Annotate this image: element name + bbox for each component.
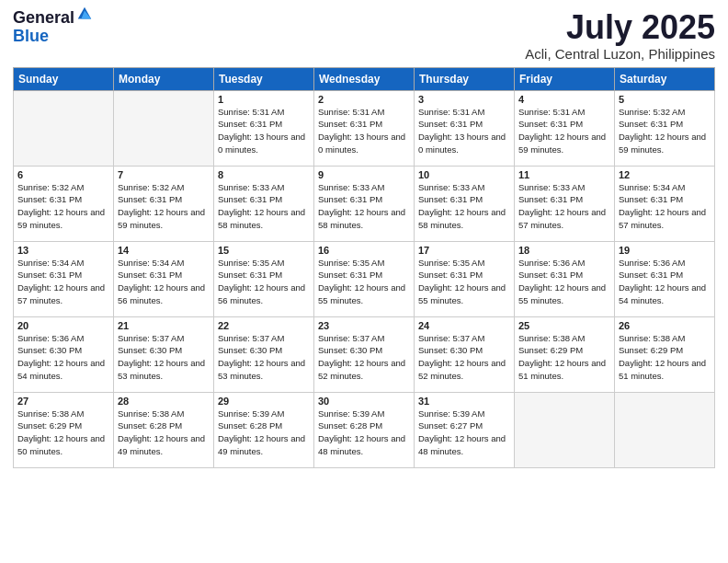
day-number: 28 — [118, 396, 210, 407]
table-row: 30Sunrise: 5:39 AMSunset: 6:28 PMDayligh… — [314, 392, 415, 467]
table-row: 10Sunrise: 5:33 AMSunset: 6:31 PMDayligh… — [415, 166, 515, 241]
calendar-week-row: 20Sunrise: 5:36 AMSunset: 6:30 PMDayligh… — [14, 316, 715, 392]
table-row: 29Sunrise: 5:39 AMSunset: 6:28 PMDayligh… — [214, 392, 314, 467]
table-row: 1Sunrise: 5:31 AMSunset: 6:31 PMDaylight… — [214, 90, 314, 166]
day-info: Sunrise: 5:34 AMSunset: 6:31 PMDaylight:… — [17, 257, 109, 307]
day-number: 11 — [518, 169, 610, 180]
calendar-week-row: 1Sunrise: 5:31 AMSunset: 6:31 PMDaylight… — [14, 90, 715, 166]
day-info: Sunrise: 5:36 AMSunset: 6:31 PMDaylight:… — [619, 257, 711, 307]
day-info: Sunrise: 5:31 AMSunset: 6:31 PMDaylight:… — [418, 106, 510, 156]
day-number: 1 — [218, 94, 310, 105]
day-number: 13 — [17, 245, 109, 256]
logo-icon — [76, 6, 93, 22]
table-row: 8Sunrise: 5:33 AMSunset: 6:31 PMDaylight… — [214, 166, 314, 241]
day-info: Sunrise: 5:38 AMSunset: 6:28 PMDaylight:… — [118, 408, 210, 458]
table-row: 23Sunrise: 5:37 AMSunset: 6:30 PMDayligh… — [314, 316, 415, 392]
table-row: 9Sunrise: 5:33 AMSunset: 6:31 PMDaylight… — [314, 166, 415, 241]
logo-blue-text: Blue — [13, 28, 93, 46]
header: General Blue July 2025 Acli, Central Luz… — [13, 9, 715, 62]
day-info: Sunrise: 5:33 AMSunset: 6:31 PMDaylight:… — [318, 181, 410, 232]
logo: General Blue — [13, 9, 93, 46]
table-row: 19Sunrise: 5:36 AMSunset: 6:31 PMDayligh… — [615, 241, 715, 316]
day-info: Sunrise: 5:38 AMSunset: 6:29 PMDaylight:… — [518, 332, 610, 383]
table-row: 6Sunrise: 5:32 AMSunset: 6:31 PMDaylight… — [14, 166, 114, 241]
col-saturday: Saturday — [615, 67, 715, 90]
day-number: 7 — [118, 169, 210, 180]
day-number: 25 — [518, 320, 610, 331]
day-number: 2 — [318, 94, 410, 105]
day-info: Sunrise: 5:33 AMSunset: 6:31 PMDaylight:… — [418, 181, 510, 232]
table-row: 20Sunrise: 5:36 AMSunset: 6:30 PMDayligh… — [14, 316, 114, 392]
day-info: Sunrise: 5:37 AMSunset: 6:30 PMDaylight:… — [218, 332, 310, 383]
day-info: Sunrise: 5:37 AMSunset: 6:30 PMDaylight:… — [418, 332, 510, 383]
day-number: 18 — [518, 245, 610, 256]
day-number: 20 — [17, 320, 109, 331]
day-info: Sunrise: 5:35 AMSunset: 6:31 PMDaylight:… — [318, 257, 410, 307]
col-friday: Friday — [515, 67, 615, 90]
table-row: 18Sunrise: 5:36 AMSunset: 6:31 PMDayligh… — [515, 241, 615, 316]
calendar-table: Sunday Monday Tuesday Wednesday Thursday… — [13, 67, 715, 468]
table-row: 4Sunrise: 5:31 AMSunset: 6:31 PMDaylight… — [515, 90, 615, 166]
day-number: 17 — [418, 245, 510, 256]
day-number: 26 — [619, 320, 711, 331]
day-number: 16 — [318, 245, 410, 256]
day-number: 30 — [318, 396, 410, 407]
col-monday: Monday — [114, 67, 214, 90]
table-row: 13Sunrise: 5:34 AMSunset: 6:31 PMDayligh… — [14, 241, 114, 316]
table-row: 28Sunrise: 5:38 AMSunset: 6:28 PMDayligh… — [114, 392, 214, 467]
table-row — [615, 392, 715, 467]
day-number: 31 — [418, 396, 510, 407]
table-row — [515, 392, 615, 467]
calendar-week-row: 13Sunrise: 5:34 AMSunset: 6:31 PMDayligh… — [14, 241, 715, 316]
day-info: Sunrise: 5:34 AMSunset: 6:31 PMDaylight:… — [619, 181, 711, 232]
day-info: Sunrise: 5:37 AMSunset: 6:30 PMDaylight:… — [118, 332, 210, 383]
day-info: Sunrise: 5:31 AMSunset: 6:31 PMDaylight:… — [218, 106, 310, 156]
logo-general-text: General — [13, 9, 74, 28]
day-number: 21 — [118, 320, 210, 331]
day-number: 27 — [17, 396, 109, 407]
day-number: 15 — [218, 245, 310, 256]
calendar-week-row: 6Sunrise: 5:32 AMSunset: 6:31 PMDaylight… — [14, 166, 715, 241]
day-number: 23 — [318, 320, 410, 331]
day-info: Sunrise: 5:39 AMSunset: 6:27 PMDaylight:… — [418, 408, 510, 458]
table-row: 14Sunrise: 5:34 AMSunset: 6:31 PMDayligh… — [114, 241, 214, 316]
table-row: 12Sunrise: 5:34 AMSunset: 6:31 PMDayligh… — [615, 166, 715, 241]
day-info: Sunrise: 5:32 AMSunset: 6:31 PMDaylight:… — [619, 106, 711, 156]
title-section: July 2025 Acli, Central Luzon, Philippin… — [525, 9, 715, 62]
table-row: 22Sunrise: 5:37 AMSunset: 6:30 PMDayligh… — [214, 316, 314, 392]
day-info: Sunrise: 5:39 AMSunset: 6:28 PMDaylight:… — [218, 408, 310, 458]
col-sunday: Sunday — [14, 67, 114, 90]
day-number: 22 — [218, 320, 310, 331]
day-info: Sunrise: 5:34 AMSunset: 6:31 PMDaylight:… — [118, 257, 210, 307]
table-row: 25Sunrise: 5:38 AMSunset: 6:29 PMDayligh… — [515, 316, 615, 392]
day-info: Sunrise: 5:39 AMSunset: 6:28 PMDaylight:… — [318, 408, 410, 458]
table-row: 17Sunrise: 5:35 AMSunset: 6:31 PMDayligh… — [415, 241, 515, 316]
table-row — [14, 90, 114, 166]
day-info: Sunrise: 5:35 AMSunset: 6:31 PMDaylight:… — [218, 257, 310, 307]
day-number: 6 — [17, 169, 109, 180]
day-number: 9 — [318, 169, 410, 180]
page: General Blue July 2025 Acli, Central Luz… — [0, 0, 728, 563]
month-title: July 2025 — [525, 9, 715, 46]
table-row — [114, 90, 214, 166]
day-number: 29 — [218, 396, 310, 407]
table-row: 5Sunrise: 5:32 AMSunset: 6:31 PMDaylight… — [615, 90, 715, 166]
table-row: 3Sunrise: 5:31 AMSunset: 6:31 PMDaylight… — [415, 90, 515, 166]
col-wednesday: Wednesday — [314, 67, 415, 90]
day-info: Sunrise: 5:32 AMSunset: 6:31 PMDaylight:… — [118, 181, 210, 232]
day-info: Sunrise: 5:38 AMSunset: 6:29 PMDaylight:… — [619, 332, 711, 383]
day-info: Sunrise: 5:31 AMSunset: 6:31 PMDaylight:… — [318, 106, 410, 156]
day-number: 10 — [418, 169, 510, 180]
calendar-header-row: Sunday Monday Tuesday Wednesday Thursday… — [14, 67, 715, 90]
day-info: Sunrise: 5:36 AMSunset: 6:30 PMDaylight:… — [17, 332, 109, 383]
day-info: Sunrise: 5:35 AMSunset: 6:31 PMDaylight:… — [418, 257, 510, 307]
day-info: Sunrise: 5:32 AMSunset: 6:31 PMDaylight:… — [17, 181, 109, 232]
day-info: Sunrise: 5:38 AMSunset: 6:29 PMDaylight:… — [17, 408, 109, 458]
table-row: 24Sunrise: 5:37 AMSunset: 6:30 PMDayligh… — [415, 316, 515, 392]
table-row: 26Sunrise: 5:38 AMSunset: 6:29 PMDayligh… — [615, 316, 715, 392]
location-title: Acli, Central Luzon, Philippines — [525, 46, 715, 62]
day-number: 14 — [118, 245, 210, 256]
table-row: 7Sunrise: 5:32 AMSunset: 6:31 PMDaylight… — [114, 166, 214, 241]
day-info: Sunrise: 5:31 AMSunset: 6:31 PMDaylight:… — [518, 106, 610, 156]
table-row: 21Sunrise: 5:37 AMSunset: 6:30 PMDayligh… — [114, 316, 214, 392]
